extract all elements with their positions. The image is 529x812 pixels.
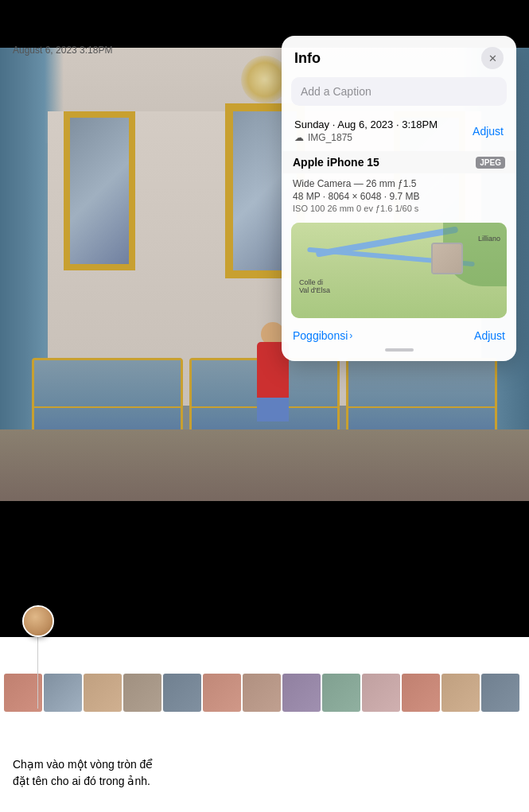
album-title-area: Poggibonsi August 6, 2023 3:18PM [13,25,112,56]
map-label-colle: Colle di Val d'Elsa [299,278,330,294]
status-right: ▲ ▊ 100% [467,6,516,17]
camera-info: Wide Camera — 26 mm ƒ1.5 48 MP · 8064 × … [282,175,516,216]
camera-line-1: Wide Camera — 26 mm ƒ1.5 [293,178,505,189]
thumbnail-item[interactable] [84,674,122,712]
thumbnail-strip[interactable] [0,669,529,717]
face-thumbnail [24,607,53,635]
face-circle[interactable] [22,605,54,637]
date-info: Sunday · Aug 6, 2023 · 3:18PM ☁ IMG_1875 [294,118,438,143]
sofa-3 [346,358,497,437]
thumbnail-item[interactable] [4,674,42,712]
instruction-area: Chạm vào một vòng tròn để đặt tên cho ai… [13,756,516,790]
thumbnail-item[interactable] [282,674,321,712]
map-pin [431,243,463,274]
thumbnail-item[interactable] [362,674,400,712]
location-label: Poggibonsi [293,329,348,342]
thumbnail-item[interactable] [203,674,241,712]
format-badge: JPEG [476,157,505,169]
date-text: Sunday · Aug 6, 2023 · 3:18PM [294,118,438,130]
map-adjust-button[interactable]: Adjust [474,329,505,342]
floor [0,429,529,501]
thumbnail-item[interactable] [44,674,82,712]
map-label-lilliano: Lilliano [478,235,500,243]
instruction-line-1: Chạm vào một vòng tròn để [13,756,516,773]
instruction-line-2: đặt tên cho ai đó trong ảnh. [13,773,516,790]
camera-line-2: 48 MP · 8064 × 6048 · 9.7 MB [293,191,505,202]
thumbnail-item[interactable] [322,674,360,712]
location-chevron-icon: › [349,330,352,341]
date-row: Sunday · Aug 6, 2023 · 3:18PM ☁ IMG_1875… [282,115,516,146]
face-circle-line [37,635,38,709]
date-adjust-button[interactable]: Adjust [473,125,504,138]
close-button[interactable]: ✕ [481,47,504,69]
status-bar: 9:41 AM ••• ▲ ▊ 100% [0,0,529,24]
thumbnail-item[interactable] [402,674,440,712]
info-title: Info [294,50,321,67]
wifi-icon: ▲ [467,6,476,17]
map-container[interactable]: Colle di Val d'Elsa Lilliano [291,223,507,318]
album-name: Poggibonsi [13,25,112,44]
thumbnail-item[interactable] [481,674,519,712]
info-panel: Info ✕ Add a Caption Sunday · Aug 6, 202… [282,36,516,361]
battery-percent: 100% [492,6,516,17]
map-footer: Poggibonsi › Adjust [282,324,516,342]
status-dots: ••• [254,6,266,17]
thumbnail-item[interactable] [123,674,161,712]
sofa-1 [32,358,183,437]
location-link[interactable]: Poggibonsi › [293,329,352,342]
file-row: ☁ IMG_1875 [294,132,438,143]
device-row: Apple iPhone 15 JPEG [282,151,516,173]
exif-line: ISO 100 26 mm 0 ev ƒ1.6 1/60 s [293,204,505,213]
map-pin-image [433,244,461,273]
status-time: 9:41 AM [13,6,52,18]
battery-icon: ▊ [480,6,488,17]
thumbnail-item[interactable] [163,674,201,712]
file-name: IMG_1875 [308,132,352,143]
instruction-section: Chạm vào một vòng tròn để đặt tên cho ai… [0,732,529,812]
caption-input[interactable]: Add a Caption [291,77,507,106]
mirror-left [64,111,135,270]
cloud-icon: ☁ [294,132,304,143]
thumbnail-item[interactable] [243,674,281,712]
album-date: August 6, 2023 3:18PM [13,45,112,56]
caption-placeholder: Add a Caption [301,85,371,98]
info-header: Info ✕ [282,36,516,77]
device-name: Apple iPhone 15 [293,156,379,169]
close-icon: ✕ [488,52,497,64]
panel-handle [385,348,414,352]
thumbnail-item[interactable] [441,674,480,712]
